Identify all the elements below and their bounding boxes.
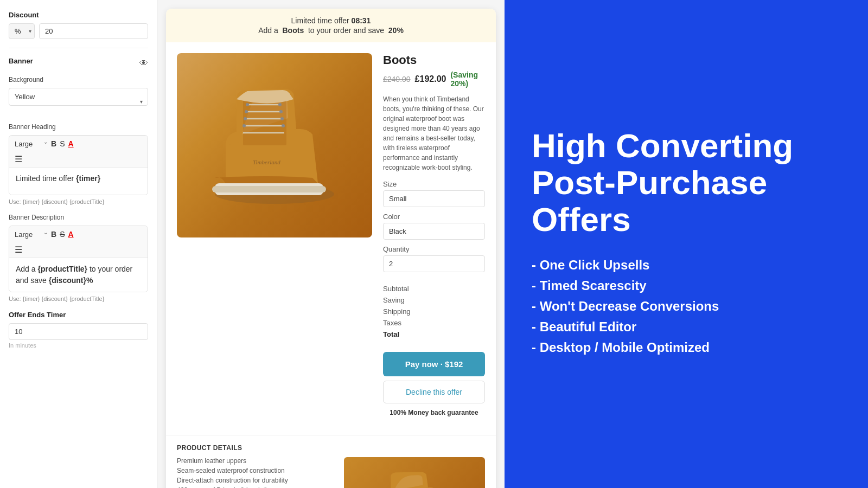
offer-card: Limited time offer 08:31 Add a Boots to … bbox=[166, 9, 496, 488]
banner-timer-text: Limited time offer 08:31 bbox=[177, 16, 485, 25]
desc-fontsize-wrap: Large Small Medium bbox=[15, 229, 48, 239]
heading-strike-btn[interactable]: S bbox=[60, 139, 65, 148]
feature-conversions: - Won't Decrease Conversions bbox=[532, 299, 841, 314]
heading-content[interactable]: Limited time offer {timer} bbox=[9, 168, 148, 195]
boot-thumbnail-svg: Timberland bbox=[360, 468, 469, 488]
product-image-wrap: Timberland bbox=[177, 53, 372, 424]
color-input[interactable] bbox=[383, 223, 485, 240]
color-label: Color bbox=[383, 213, 485, 221]
subtotals: Subtotal Saving Shipping Taxes bbox=[383, 283, 485, 340]
discount-amount-input[interactable]: 20 bbox=[39, 23, 148, 39]
timer-input[interactable] bbox=[9, 323, 148, 340]
sale-price: £192.00 bbox=[415, 74, 446, 84]
svg-point-10 bbox=[278, 103, 282, 106]
desc-toolbar: Large Small Medium B S A ☰ bbox=[9, 226, 148, 258]
saving-badge: (Saving 20%) bbox=[450, 70, 485, 88]
banner-desc-editor: Large Small Medium B S A ☰ Add a {produc… bbox=[9, 226, 148, 292]
banner-heading-label: Banner Heading bbox=[9, 123, 148, 131]
feature-mobile: - Desktop / Mobile Optimized bbox=[532, 340, 841, 355]
decline-button[interactable]: Decline this offer bbox=[383, 381, 485, 403]
list-item: Premium leather uppers bbox=[177, 457, 333, 465]
original-price: £240.00 bbox=[383, 75, 411, 84]
desc-content[interactable]: Add a {productTitle} to your order and s… bbox=[9, 258, 148, 292]
banner-desc-bold: Boots bbox=[283, 26, 304, 35]
product-title: Boots bbox=[383, 53, 485, 67]
banner-desc-suffix: to your order and save bbox=[308, 26, 384, 35]
banner-discount-pct: 20% bbox=[388, 26, 404, 35]
boot-thumbnail: Timberland bbox=[344, 457, 485, 488]
banner-desc-text-pre: Add a bbox=[258, 26, 278, 35]
percent-select[interactable]: % $ bbox=[9, 23, 35, 39]
banner-timer-value: 08:31 bbox=[352, 16, 371, 25]
heading-hint: Use: {timer} {discount} {productTitle} bbox=[9, 198, 148, 205]
product-details-section: PRODUCT DETAILS Premium leather uppers S… bbox=[166, 435, 496, 488]
desc-hint: Use: {timer} {discount} {productTitle} bbox=[9, 296, 148, 302]
eye-icon[interactable]: 👁 bbox=[139, 59, 148, 68]
size-input[interactable] bbox=[383, 190, 485, 207]
background-select-wrapper: Yellow White Blue Green ▾ bbox=[9, 88, 148, 114]
shipping-label: Shipping bbox=[383, 307, 411, 316]
taxes-row: Taxes bbox=[383, 317, 485, 329]
desc-strike-btn[interactable]: S bbox=[60, 230, 65, 239]
feature-editor: - Beautiful Editor bbox=[532, 319, 841, 335]
in-minutes-hint: In minutes bbox=[9, 342, 148, 349]
svg-point-16 bbox=[282, 124, 285, 127]
offer-timer-label: Offer Ends Timer bbox=[9, 311, 148, 319]
center-panel: Limited time offer 08:31 Add a Boots to … bbox=[157, 0, 505, 488]
product-desc: When you think of Timberland boots, you'… bbox=[383, 94, 485, 172]
svg-text:Timberland: Timberland bbox=[253, 159, 280, 165]
banner-heading-editor: Large Small Medium B S A ☰ Limited time … bbox=[9, 135, 148, 195]
heading-toolbar: Large Small Medium B S A ☰ bbox=[9, 136, 148, 168]
divider-1 bbox=[9, 48, 148, 48]
heading-underline-btn[interactable]: A bbox=[68, 139, 73, 148]
shipping-row: Shipping bbox=[383, 306, 485, 317]
background-select[interactable]: Yellow White Blue Green bbox=[9, 88, 148, 106]
desc-underline-btn[interactable]: A bbox=[68, 230, 73, 239]
product-details-title: PRODUCT DETAILS bbox=[177, 444, 485, 452]
banner-desc-label: Banner Description bbox=[9, 214, 148, 221]
banner-header: Banner 👁 bbox=[9, 57, 148, 69]
heading-align-btn[interactable]: ☰ bbox=[15, 155, 22, 164]
list-item: Direct-attach construction for durabilit… bbox=[177, 477, 333, 484]
boot-svg: Timberland bbox=[199, 69, 350, 221]
total-label: Total bbox=[383, 330, 399, 338]
heading-bold-btn[interactable]: B bbox=[51, 139, 56, 148]
size-label: Size bbox=[383, 180, 485, 188]
svg-point-14 bbox=[280, 117, 284, 120]
saving-label: Saving bbox=[383, 296, 405, 304]
discount-row: % $ ▾ 20 bbox=[9, 23, 148, 39]
banner-desc-text: Add a Boots to your order and save 20% bbox=[177, 26, 485, 35]
banner-timer-label: Limited time offer bbox=[291, 16, 349, 25]
svg-point-13 bbox=[244, 117, 247, 120]
saving-row: Saving bbox=[383, 294, 485, 306]
product-info: Boots £240.00 £192.00 (Saving 20%) When … bbox=[383, 53, 485, 424]
subtotal-row: Subtotal bbox=[383, 283, 485, 294]
background-label: Background bbox=[9, 76, 148, 84]
svg-rect-2 bbox=[212, 186, 326, 192]
headline: High ConvertingPost-PurchaseOffers bbox=[532, 127, 841, 239]
feature-scarcity: - Timed Scarescity bbox=[532, 278, 841, 293]
banner-label: Banner bbox=[9, 57, 33, 65]
boot-image: Timberland bbox=[177, 53, 372, 237]
quantity-input[interactable] bbox=[383, 255, 485, 272]
svg-point-12 bbox=[279, 110, 283, 113]
product-area: Timberland Boots £240.00 £192.00 (Saving… bbox=[166, 42, 496, 435]
right-panel: High ConvertingPost-PurchaseOffers - One… bbox=[505, 0, 868, 488]
heading-fontsize-wrap: Large Small Medium bbox=[15, 139, 48, 149]
feature-list: - One Click Upsells - Timed Scarescity -… bbox=[532, 258, 841, 361]
details-columns: Premium leather uppers Seam-sealed water… bbox=[177, 457, 485, 488]
quantity-label: Quantity bbox=[383, 245, 485, 253]
money-back-text: 100% Money back guarantee bbox=[383, 409, 485, 424]
subtotal-label: Subtotal bbox=[383, 285, 409, 293]
taxes-label: Taxes bbox=[383, 319, 401, 327]
discount-label: Discount bbox=[9, 11, 148, 19]
pay-button[interactable]: Pay now · $192 bbox=[383, 352, 485, 376]
heading-fontsize-select[interactable]: Large Small Medium bbox=[15, 140, 48, 148]
svg-point-15 bbox=[242, 124, 246, 127]
desc-bold-btn[interactable]: B bbox=[51, 230, 56, 239]
svg-point-9 bbox=[246, 103, 249, 106]
feature-upsells: - One Click Upsells bbox=[532, 258, 841, 273]
percent-select-wrapper: % $ ▾ bbox=[9, 23, 35, 39]
desc-fontsize-select[interactable]: Large Small Medium bbox=[15, 230, 48, 239]
desc-align-btn[interactable]: ☰ bbox=[15, 246, 22, 254]
